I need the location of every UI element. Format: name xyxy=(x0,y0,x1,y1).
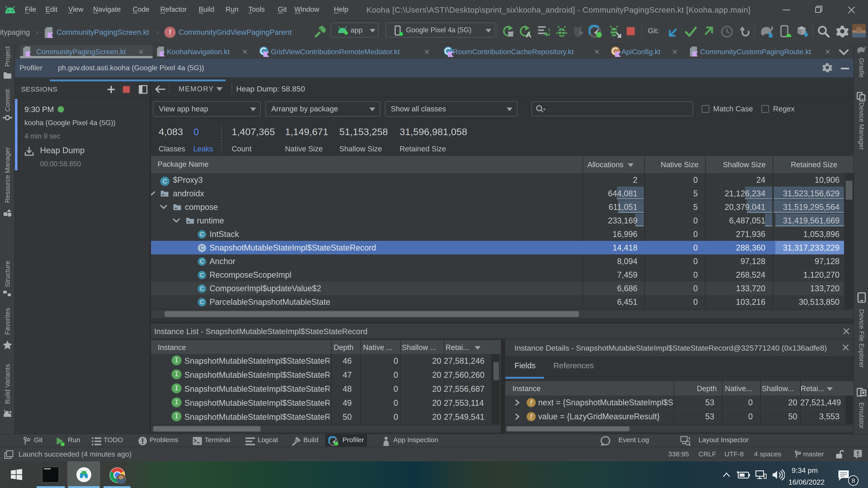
svg-text:A: A xyxy=(526,31,531,38)
